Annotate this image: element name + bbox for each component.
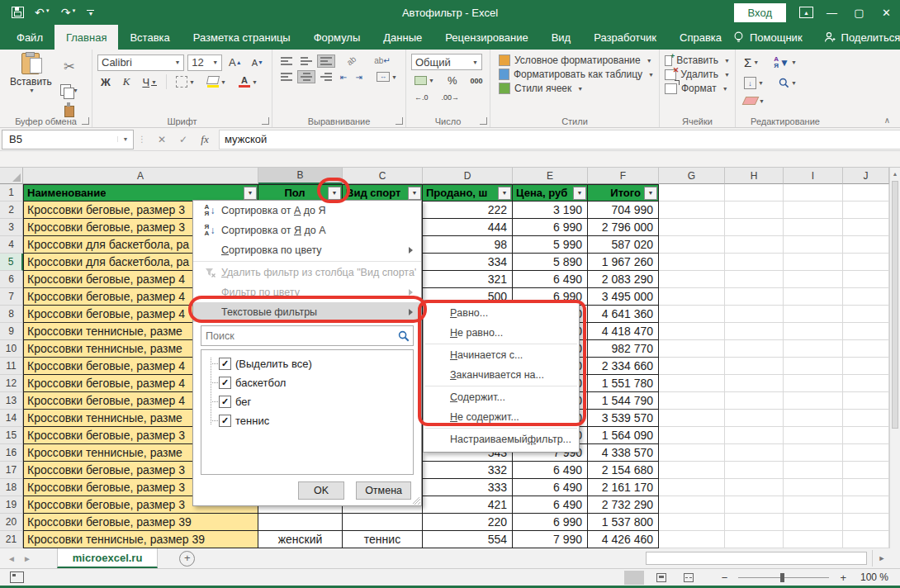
- column-header-I[interactable]: I: [784, 168, 843, 184]
- cell-H5[interactable]: [725, 254, 784, 271]
- cell-G16[interactable]: [659, 444, 725, 462]
- cell-F3[interactable]: 2 796 000: [588, 219, 659, 236]
- cell-I13[interactable]: [784, 392, 843, 410]
- row-number-10[interactable]: 10: [0, 340, 23, 358]
- filter-button-F[interactable]: ▼: [644, 187, 657, 200]
- row-number-7[interactable]: 7: [0, 288, 23, 306]
- row-number-15[interactable]: 15: [0, 427, 23, 444]
- filter-button-E[interactable]: ▼: [573, 187, 586, 200]
- cell-H15[interactable]: [725, 427, 784, 444]
- cancel-button[interactable]: Отмена: [356, 481, 411, 500]
- cell-J12[interactable]: [843, 375, 889, 392]
- cell-H8[interactable]: [725, 306, 784, 323]
- cell-H2[interactable]: [725, 202, 784, 219]
- align-center-button[interactable]: [297, 70, 315, 83]
- cell-A20[interactable]: Кроссовки беговые, размер 39: [23, 514, 258, 531]
- table-header-E[interactable]: Цена, руб▼: [513, 184, 588, 202]
- cell-G5[interactable]: [659, 254, 725, 271]
- cell-G18[interactable]: [659, 479, 725, 496]
- cell-J3[interactable]: [843, 219, 889, 236]
- cell-I20[interactable]: [784, 514, 843, 531]
- cell-E18[interactable]: 6 490: [513, 479, 588, 496]
- cell-F9[interactable]: 4 418 470: [588, 323, 659, 340]
- align-bottom-button[interactable]: [317, 55, 335, 68]
- name-box[interactable]: B5 ▼: [2, 130, 134, 149]
- cell-J16[interactable]: [843, 444, 889, 462]
- ok-button[interactable]: OK: [298, 481, 344, 500]
- scroll-up-icon[interactable]: ▲: [890, 168, 900, 179]
- cell-I15[interactable]: [784, 427, 843, 444]
- font-size-select[interactable]: 12▼: [187, 55, 222, 71]
- cell-E6[interactable]: 6 490: [513, 271, 588, 288]
- cell-G20[interactable]: [659, 514, 725, 531]
- cell-F8[interactable]: 4 641 360: [588, 306, 659, 323]
- shrink-font-button[interactable]: А▼: [249, 55, 267, 70]
- autosum-button[interactable]: Σ▼: [741, 53, 762, 72]
- next-sheet-icon[interactable]: ►: [23, 548, 39, 568]
- tab-Разметка страницы[interactable]: Разметка страницы: [182, 25, 302, 50]
- resize-grip[interactable]: [413, 497, 420, 505]
- filter-button-A[interactable]: ▼: [244, 187, 257, 200]
- checkbox-checked-icon[interactable]: ✓: [219, 377, 231, 389]
- cell-G1[interactable]: [659, 184, 725, 202]
- cell-G17[interactable]: [659, 462, 725, 479]
- begins-with-item[interactable]: Начинается с...: [424, 345, 579, 365]
- zoom-out-button[interactable]: −: [722, 571, 728, 584]
- not-equals-item[interactable]: Не равно...: [424, 323, 579, 343]
- number-dialog-launcher[interactable]: [480, 117, 487, 125]
- cell-D19[interactable]: 421: [423, 496, 513, 514]
- cell-I3[interactable]: [784, 219, 843, 236]
- cell-I2[interactable]: [784, 202, 843, 219]
- filter-value-item-1[interactable]: ✓баскетбол: [203, 373, 411, 392]
- scroll-right-icon[interactable]: ►: [872, 550, 891, 567]
- cell-H3[interactable]: [725, 219, 784, 236]
- filter-search-input[interactable]: [201, 330, 398, 343]
- percent-style-button[interactable]: %: [444, 72, 461, 89]
- normal-view-button[interactable]: [624, 571, 644, 585]
- font-color-button[interactable]: А▼: [235, 74, 261, 90]
- zoom-slider[interactable]: [738, 577, 829, 578]
- cell-A21[interactable]: Кроссовки теннисные, размер 39: [23, 531, 258, 548]
- cell-F4[interactable]: 587 020: [588, 236, 659, 254]
- pol-filter-button[interactable]: ▼: [328, 187, 341, 200]
- row-number-18[interactable]: 18: [0, 479, 23, 496]
- filter-value-item-2[interactable]: ✓бег: [203, 392, 411, 411]
- cell-I9[interactable]: [784, 323, 843, 340]
- cell-G6[interactable]: [659, 271, 725, 288]
- row-number-5[interactable]: 5: [0, 254, 23, 271]
- column-header-A[interactable]: A: [23, 168, 258, 184]
- cell-I11[interactable]: [784, 358, 843, 375]
- cell-E2[interactable]: 3 190: [513, 202, 588, 219]
- checkbox-checked-icon[interactable]: ✓: [219, 358, 231, 370]
- cell-H11[interactable]: [725, 358, 784, 375]
- row-number-6[interactable]: 6: [0, 271, 23, 288]
- cell-D4[interactable]: 98: [423, 236, 513, 254]
- comma-style-button[interactable]: 000: [467, 74, 486, 88]
- cell-E3[interactable]: 6 990: [513, 219, 588, 236]
- vertical-scrollbar[interactable]: ▲: [889, 168, 900, 548]
- cell-I4[interactable]: [784, 236, 843, 254]
- cell-J20[interactable]: [843, 514, 889, 531]
- close-button[interactable]: ✕: [873, 0, 900, 25]
- cell-H13[interactable]: [725, 392, 784, 410]
- cell-F15[interactable]: 1 564 090: [588, 427, 659, 444]
- zoom-level[interactable]: 100 %: [854, 571, 888, 583]
- select-all-corner[interactable]: [0, 168, 23, 184]
- cell-I19[interactable]: [784, 496, 843, 514]
- maximize-button[interactable]: ▢: [846, 0, 873, 25]
- tab-Разработчик[interactable]: Разработчик: [582, 25, 668, 50]
- not-contains-item[interactable]: Не содержит...: [424, 407, 579, 427]
- cell-F7[interactable]: 3 495 000: [588, 288, 659, 306]
- ends-with-item[interactable]: Заканчивается на...: [424, 365, 579, 385]
- column-header-G[interactable]: G: [659, 168, 725, 184]
- align-left-button[interactable]: [277, 70, 296, 83]
- cell-C21[interactable]: теннис: [343, 531, 423, 548]
- cell-G9[interactable]: [659, 323, 725, 340]
- cell-B21[interactable]: женский: [258, 531, 343, 548]
- cell-F17[interactable]: 2 154 680: [588, 462, 659, 479]
- cell-B20[interactable]: [258, 514, 343, 531]
- row-number-17[interactable]: 17: [0, 462, 23, 479]
- cell-J19[interactable]: [843, 496, 889, 514]
- cell-J17[interactable]: [843, 462, 889, 479]
- cell-D3[interactable]: 444: [423, 219, 513, 236]
